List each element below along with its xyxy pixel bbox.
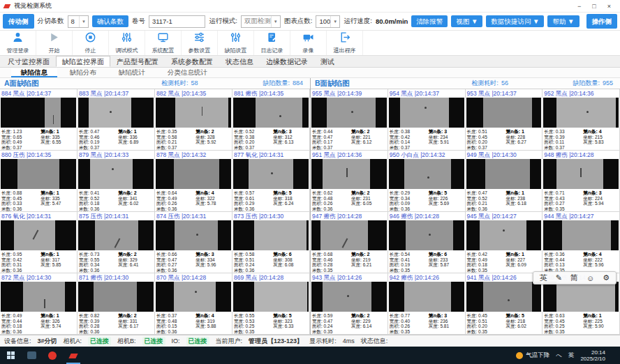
defect-cell-874[interactable]: 874 压伤 |20:14:31长度: 0.66宽度: 0.47面积: 0.27… [155, 212, 232, 273]
clock-time: 20:14 [591, 349, 605, 356]
subtab-defect-stats[interactable]: 缺陷统计 [109, 68, 155, 77]
defect-cell-948[interactable]: 948 擦伤 |20:14:28长度: 0.71宽度: 0.43面积: 0.27… [542, 151, 620, 212]
slit-count-select[interactable]: 8▼ [68, 15, 89, 28]
defect-cell-942[interactable]: 942 擦伤 |20:14:26长度: 0.77宽度: 0.40面积: 0.26… [388, 273, 466, 335]
defect-image [311, 159, 387, 190]
chart-points-select[interactable]: 100▼ [316, 15, 340, 28]
ime-item-4[interactable]: ⚙ [598, 273, 614, 282]
defect-cell-943[interactable]: 943 黑点 |20:14:26长度: 0.59宽度: 0.47面积: 0.24… [311, 273, 388, 335]
defect-cell-881[interactable]: 881 擦伤 |20:14:35长度: 0.52宽度: 0.38面积: 0.20… [232, 89, 310, 151]
run-mode-select[interactable]: 双面检测▼ [241, 15, 281, 28]
defect-cell-954[interactable]: 954 黑点 |20:14:37长度: 0.38宽度: 0.42面积: 0.14… [388, 89, 466, 151]
weather-widget[interactable]: 气温下降 [516, 351, 549, 360]
defect-cell-880[interactable]: 880 压伤 |20:14:35长度: 0.88宽度: 0.45面积: 0.33… [0, 151, 78, 212]
help-menu-button[interactable]: 帮助 ▼ [547, 15, 579, 28]
taskbar-app-1[interactable] [21, 347, 42, 364]
subtab-defect-info[interactable]: 缺陷信息 [11, 68, 57, 77]
subtab-class-info-stats[interactable]: 分类信息统计 [158, 68, 217, 77]
defect-cell-883[interactable]: 883 黑点 |20:14:37长度: 0.47宽度: 0.46面积: 0.19… [78, 89, 155, 151]
action-label: 停止 [85, 47, 96, 54]
defect-cell-945[interactable]: 945 黑点 |20:14:27长度: 0.42宽度: 0.49面积: 0.18… [466, 212, 543, 273]
defect-cell-header: 948 擦伤 |20:14:28 [542, 151, 619, 159]
action-label: 开始 [49, 47, 60, 54]
tab-system-params[interactable]: 系统参数配置 [165, 56, 219, 67]
defect-cell-884[interactable]: 884 黑点 |20:14:37长度: 1.23宽度: 0.65面积: 0.49… [0, 89, 78, 151]
defect-cell-875[interactable]: 875 压伤 |20:14:31长度: 0.73宽度: 0.55面积: 0.34… [78, 212, 155, 273]
maximize-button[interactable]: □ [592, 3, 596, 10]
defect-cell-header: 941 黑点 |20:14:26 [466, 273, 542, 282]
defect-cell-872[interactable]: 872 黑点 |20:14:30长度: 0.49宽度: 0.44面积: 0.18… [0, 273, 78, 335]
roll-number-input[interactable]: 3117-1 [149, 15, 205, 28]
taskbar-app-inspection[interactable] [63, 347, 84, 364]
ime-item-3[interactable]: ☺ [582, 274, 598, 282]
tray-chevron-icon[interactable]: へ [556, 351, 562, 360]
tab-test[interactable]: 测试 [314, 56, 341, 67]
tab-product-config[interactable]: 产品型号配置 [110, 56, 165, 67]
close-button[interactable]: × [607, 3, 611, 10]
action-debug-mode[interactable]: 调试模式 [109, 31, 145, 55]
defect-cell-879[interactable]: 879 黑点 |20:14:33长度: 0.41宽度: 0.52面积: 0.18… [78, 151, 155, 212]
defect-cell-header: 876 氧化 |20:14:31 [0, 212, 77, 220]
operator-side-button[interactable]: 操作侧 [586, 14, 618, 29]
action-start[interactable]: 开始 [36, 31, 73, 55]
ime-item-2[interactable]: 简 [566, 273, 582, 283]
defect-cell-947[interactable]: 947 擦伤 |20:14:28长度: 0.68宽度: 0.46面积: 0.28… [311, 212, 388, 273]
defect-cell-876[interactable]: 876 氧化 |20:14:31长度: 0.95宽度: 0.42面积: 0.31… [0, 212, 78, 273]
ime-item-0[interactable]: 英 [536, 273, 552, 283]
defect-measurements: 长度: 0.44宽度: 0.47面积: 0.17米数: 0.37 [312, 129, 351, 150]
data-quick-access-button[interactable]: 数据快捷访问 ▼ [486, 15, 544, 28]
defect-cell-951[interactable]: 951 黑点 |20:14:36长度: 0.62宽度: 0.48面积: 0.26… [311, 151, 388, 212]
defect-cell-869[interactable]: 869 黑点 |20:14:28长度: 0.55宽度: 0.53面积: 0.25… [232, 273, 310, 335]
speed-value: 80.0m/min [376, 17, 408, 25]
defect-cell-877[interactable]: 877 氧化 |20:14:31长度: 0.57宽度: 0.61面积: 0.29… [232, 151, 310, 212]
taskbar-app-2[interactable] [42, 347, 63, 364]
defect-image [389, 282, 464, 312]
tab-edge-data[interactable]: 边缘数据记录 [260, 56, 314, 67]
defect-cell-953[interactable]: 953 黑点 |20:14:37长度: 0.51宽度: 0.45面积: 0.20… [466, 89, 543, 151]
action-stop[interactable]: 停止 [73, 31, 109, 55]
defect-cell-949[interactable]: 949 黑点 |20:14:30长度: 0.47宽度: 0.52面积: 0.21… [466, 151, 543, 212]
defect-cell-878[interactable]: 878 黑点 |20:14:32长度: 0.64宽度: 0.49面积: 0.26… [155, 151, 232, 212]
confirm-count-button[interactable]: 确认条数 [92, 15, 128, 28]
defect-position: 第n条: 4坐标: 215灰度: 5.83 [583, 129, 618, 150]
ime-item-1[interactable]: ✎ [552, 273, 566, 282]
sub-tabs: 缺陷信息缺陷分布缺陷统计分类信息统计 [0, 68, 620, 78]
action-system-config[interactable]: 系统配置 [145, 31, 182, 55]
tab-status-info[interactable]: 状态信息 [219, 56, 260, 67]
view-menu-button[interactable]: 视图 ▼ [451, 15, 482, 28]
action-exit-program[interactable]: 退出程序 [327, 31, 363, 55]
action-log-record[interactable]: 日志记录 [254, 31, 290, 55]
start-button[interactable] [0, 347, 21, 364]
action-defect-settings[interactable]: 缺陷设置 [218, 31, 254, 55]
minimize-button[interactable]: − [577, 3, 581, 10]
subtab-defect-distribution[interactable]: 缺陷分布 [60, 68, 106, 77]
defect-cell-873[interactable]: 873 压伤 |20:14:30长度: 0.58宽度: 0.51面积: 0.24… [232, 212, 310, 273]
action-admin-login[interactable]: 管理登录 [0, 31, 36, 55]
action-record[interactable]: 录像 [290, 31, 327, 55]
defect-cell-955[interactable]: 955 黑点 |20:14:39长度: 0.44宽度: 0.47面积: 0.17… [311, 89, 388, 151]
defect-cell-871[interactable]: 871 擦伤 |20:14:30长度: 0.82宽度: 0.39面积: 0.28… [78, 273, 155, 335]
defect-position: 第n条: 2坐标: 219灰度: 6.21 [351, 252, 386, 273]
defect-cell-950[interactable]: 950 小白点 |20:14:32长度: 0.29宽度: 0.34面积: 0.0… [388, 151, 466, 212]
defect-cell-941[interactable]: 941 黑点 |20:14:26长度: 0.45宽度: 0.51面积: 0.20… [466, 273, 543, 335]
clear-alarm-button[interactable]: 清除报警 [411, 15, 448, 28]
drive-side-button[interactable]: 传动侧 [3, 14, 34, 29]
defect-image [389, 159, 464, 190]
defect-cell-944[interactable]: 944 黑点 |20:14:27长度: 0.36宽度: 0.44面积: 0.13… [542, 212, 620, 273]
defect-cell-header: 953 黑点 |20:14:37 [466, 89, 542, 98]
defect-position: 第n条: 3坐标: 224灰度: 5.94 [583, 190, 618, 211]
clock-date: 2025/2/10 [580, 356, 605, 362]
taskbar-clock[interactable]: 20:142025/2/10 [580, 349, 605, 362]
action-param-settings[interactable]: 参数设置 [182, 31, 218, 55]
tab-size-monitor[interactable]: 尺寸监控界面 [1, 56, 56, 67]
defect-cell-952[interactable]: 952 黑点 |20:14:36长度: 0.33宽度: 0.39面积: 0.11… [542, 89, 620, 151]
chevron-down-icon: ▼ [79, 16, 88, 27]
defect-cell-870[interactable]: 870 黑点 |20:14:28长度: 0.37宽度: 0.48面积: 0.15… [155, 273, 232, 335]
defect-cell-946[interactable]: 946 擦伤 |20:14:28长度: 0.54宽度: 0.41面积: 0.19… [388, 212, 466, 273]
defect-cell-882[interactable]: 882 黑点 |20:14:35长度: 0.35宽度: 0.58面积: 0.21… [155, 89, 232, 151]
panel-b-header: B面缺陷图 检测耗时:56 缺陷数量:955 [311, 78, 620, 89]
defect-position: 第n条: 2坐标: 331灰度: 6.17 [118, 313, 153, 334]
language-indicator[interactable]: 英 [568, 351, 575, 360]
tab-defect-monitor[interactable]: 缺陷监控界面 [56, 56, 110, 67]
chevron-down-icon: ▼ [330, 16, 339, 27]
